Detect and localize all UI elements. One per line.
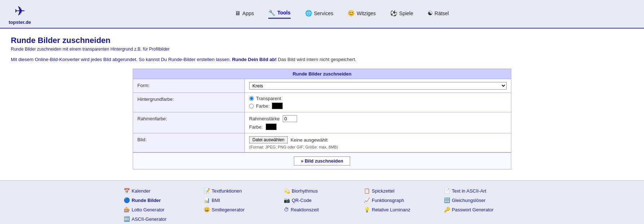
footer-item-label: Textfunktionen — [212, 188, 242, 194]
footer-item-label: Lotto Generator — [132, 207, 164, 212]
bild-row: Bild: Datei auswählen Keine ausgewählt (… — [133, 133, 511, 152]
transparent-radio-row: Transparent — [249, 96, 507, 101]
farbe-radio[interactable] — [249, 104, 254, 108]
transparent-label: Transparent — [256, 96, 281, 101]
footer-item-icon: 📝 — [204, 188, 210, 194]
footer-item[interactable]: 📷QR-Code — [284, 197, 360, 204]
services-nav-icon: 🌐 — [305, 10, 312, 17]
form-container: Runde Bilder zuschneiden Form: Kreis Hin… — [133, 69, 511, 169]
page-title: Runde Bilder zuschneiden — [11, 36, 633, 45]
footer-item[interactable]: 📄Text in ASCII-Art — [444, 187, 520, 194]
footer-item-label: Text in ASCII-Art — [452, 188, 486, 194]
footer-item-icon: 📅 — [124, 188, 130, 194]
footer-item[interactable]: 📅Kalender — [124, 187, 200, 194]
hintergrund-field: Transparent Farbe: — [245, 93, 511, 112]
footer-item[interactable]: 📊BMI — [204, 197, 280, 204]
footer-item-label: Funktionsgraph — [372, 198, 404, 203]
form-row: Form: Kreis — [133, 79, 511, 93]
footer-item-icon: 📄 — [444, 188, 450, 194]
services-nav-label: Services — [314, 10, 334, 16]
footer-item[interactable]: 💡Relative Luminanz — [364, 206, 440, 213]
desc-bold: Runde Dein Bild ab! — [232, 57, 278, 62]
submit-row: » Bild zuschneiden — [133, 152, 511, 169]
hintergrund-row: Hintergrundfarbe: Transparent Farbe: — [133, 93, 511, 112]
raetsel-nav-label: Rätsel — [435, 10, 449, 16]
form-field-select: Kreis — [245, 79, 511, 92]
footer-item[interactable]: 🔑Passwort Generator — [444, 206, 520, 213]
footer-item-label: Gleichungslöser — [452, 198, 485, 203]
witziges-nav-label: Witziges — [357, 10, 376, 16]
header: ✈ topster.de 🖥Apps🔧Tools🌐Services😊Witzig… — [0, 0, 644, 29]
file-row: Datei auswählen Keine ausgewählt — [249, 136, 507, 143]
form-label-field: Form: — [133, 79, 245, 92]
footer: 📅Kalender📝Textfunktionen💫Biorhythmus📋Spi… — [0, 180, 644, 224]
footer-item[interactable]: 📋Spickzettel — [364, 187, 440, 194]
spiele-nav-icon: ⚽ — [390, 10, 397, 17]
footer-item-label: Kalender — [132, 188, 150, 194]
page-description: Mit diesem Online-Bild-Konverter wird je… — [11, 57, 633, 62]
hintergrund-color-box[interactable] — [272, 103, 283, 109]
footer-item-label: Smiliegenerator — [212, 207, 244, 212]
rahmenstaerke-row: Rahmenstärke — [249, 115, 507, 122]
footer-item-icon: ⏱ — [284, 207, 289, 212]
nav-item-witziges[interactable]: 😊Witziges — [348, 9, 376, 19]
footer-item-icon: 🔣 — [444, 197, 450, 203]
footer-item-icon: 📊 — [204, 197, 210, 203]
transparent-radio[interactable] — [249, 96, 254, 101]
logo-text: topster.de — [9, 20, 31, 25]
tools-nav-label: Tools — [277, 10, 290, 16]
footer-item[interactable]: 📈Funktionsgraph — [364, 197, 440, 204]
rahmen-farbe-label: Farbe: — [249, 124, 263, 130]
footer-item-label: Relative Luminanz — [372, 207, 410, 212]
footer-item-label: QR-Code — [292, 198, 312, 203]
form-title: Runde Bilder zuschneiden — [133, 69, 511, 79]
footer-item-icon: 📈 — [364, 197, 370, 203]
footer-item-label: Spickzettel — [372, 188, 394, 194]
footer-item[interactable]: 🔵Runde Bilder — [124, 197, 200, 204]
footer-item[interactable]: 🔤ASCII-Generator — [124, 215, 200, 223]
farbe-label: Farbe: — [256, 103, 270, 109]
desc-plain: Mit diesem Online-Bild-Konverter wird je… — [11, 57, 232, 62]
nav-item-services[interactable]: 🌐Services — [305, 9, 334, 19]
footer-item[interactable]: 😀Smiliegenerator — [204, 206, 280, 213]
bild-field: Datei auswählen Keine ausgewählt (Format… — [245, 133, 511, 152]
hintergrund-label: Hintergrundfarbe: — [133, 93, 245, 112]
footer-item[interactable]: 🔣Gleichungslöser — [444, 197, 520, 204]
nav-item-raetsel[interactable]: ☯Rätsel — [428, 9, 449, 19]
footer-item-icon: 📋 — [364, 188, 370, 194]
witziges-nav-icon: 😊 — [348, 10, 355, 17]
footer-item[interactable]: 📝Textfunktionen — [204, 187, 280, 194]
submit-button[interactable]: » Bild zuschneiden — [294, 156, 350, 165]
farbe-radio-row: Farbe: — [249, 103, 507, 109]
nav-item-spiele[interactable]: ⚽Spiele — [390, 9, 413, 19]
footer-item[interactable]: 🎰Lotto Generator — [124, 206, 200, 213]
footer-item-icon: 😀 — [204, 207, 210, 212]
footer-item-icon: 🔵 — [124, 197, 130, 203]
spiele-nav-label: Spiele — [399, 10, 413, 16]
page-subtitle: Runde Bilder zuschneiden mit einem trans… — [11, 47, 633, 52]
rahmen-row: Rahmenfarbe: Rahmenstärke Farbe: — [133, 112, 511, 133]
main-nav: 🖥Apps🔧Tools🌐Services😊Witziges⚽Spiele☯Rät… — [40, 9, 644, 21]
logo-area[interactable]: ✈ topster.de — [0, 2, 40, 28]
file-hint: (Format: JPEG, PNG oder GIF; Größe: max.… — [249, 145, 507, 149]
main-content: Runde Bilder zuschneiden Runde Bilder zu… — [0, 29, 644, 177]
desc-end: Das Bild wird intern nicht gespeichert. — [278, 57, 357, 62]
nav-item-tools[interactable]: 🔧Tools — [268, 9, 290, 19]
form-select[interactable]: Kreis — [249, 82, 507, 90]
footer-item[interactable]: ⏱Reaktionszeit — [284, 206, 360, 213]
raetsel-nav-icon: ☯ — [428, 10, 433, 17]
apps-nav-icon: 🖥 — [235, 10, 241, 17]
rahmen-field: Rahmenstärke Farbe: — [245, 112, 511, 133]
footer-grid: 📅Kalender📝Textfunktionen💫Biorhythmus📋Spi… — [124, 187, 520, 223]
rahmen-color-box[interactable] — [266, 124, 277, 130]
file-choose-button[interactable]: Datei auswählen — [249, 136, 288, 143]
footer-item-label: ASCII-Generator — [132, 216, 167, 222]
footer-item-icon: 📷 — [284, 197, 290, 203]
file-none-label: Keine ausgewählt — [291, 137, 328, 143]
rahmen-label: Rahmenfarbe: — [133, 112, 245, 133]
footer-item-icon: 🎰 — [124, 207, 130, 212]
rahmenstaerke-input[interactable] — [283, 115, 297, 122]
rahmenstaerke-label: Rahmenstärke — [249, 116, 280, 121]
footer-item[interactable]: 💫Biorhythmus — [284, 187, 360, 194]
nav-item-apps[interactable]: 🖥Apps — [235, 9, 254, 19]
